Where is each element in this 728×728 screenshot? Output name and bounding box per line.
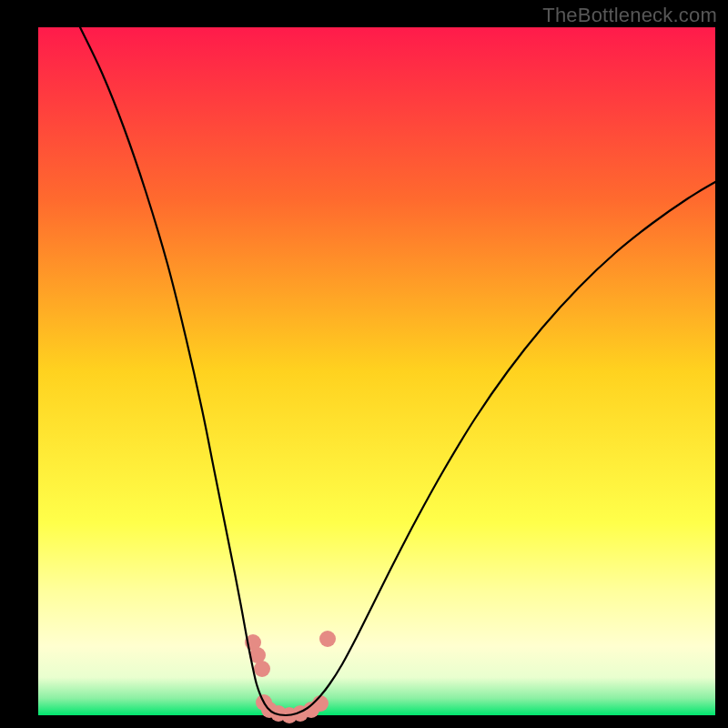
watermark-text: TheBottleneck.com xyxy=(542,4,717,27)
bottleneck-chart xyxy=(0,0,728,728)
plot-background xyxy=(38,27,715,715)
curve-marker xyxy=(254,661,270,677)
curve-marker xyxy=(319,631,336,647)
chart-container: TheBottleneck.com xyxy=(0,0,728,728)
curve-marker xyxy=(312,695,329,712)
